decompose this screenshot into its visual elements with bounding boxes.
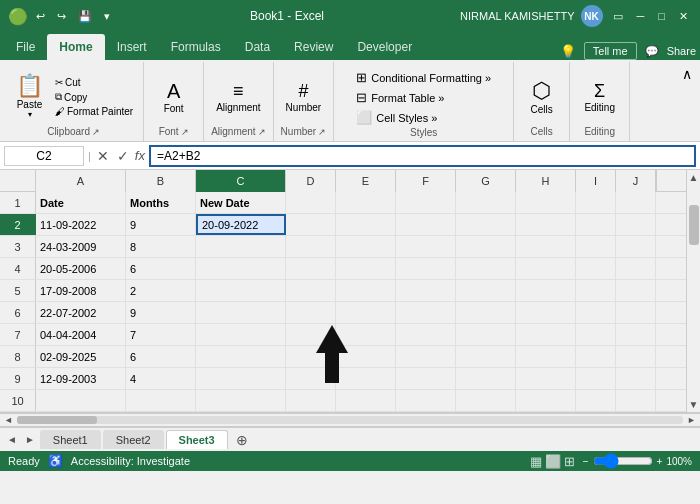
cell-i3[interactable] — [576, 236, 616, 257]
cell-g4[interactable] — [456, 258, 516, 279]
cell-g10[interactable] — [456, 390, 516, 411]
cell-g7[interactable] — [456, 324, 516, 345]
font-button[interactable]: A Font — [156, 71, 192, 123]
cell-i8[interactable] — [576, 346, 616, 367]
cell-i9[interactable] — [576, 368, 616, 389]
scrollbar-thumb[interactable] — [689, 205, 699, 245]
cell-a2[interactable]: 11-09-2022 — [36, 214, 126, 235]
zoom-slider-input[interactable] — [593, 457, 653, 465]
cell-j2[interactable] — [616, 214, 656, 235]
vertical-scrollbar[interactable]: ▲ ▼ — [686, 170, 700, 412]
cell-c2[interactable]: 20-09-2022 — [196, 214, 286, 235]
comments-button[interactable]: 💬 — [645, 45, 659, 58]
tab-insert[interactable]: Insert — [105, 34, 159, 60]
cell-j9[interactable] — [616, 368, 656, 389]
close-button[interactable]: ✕ — [675, 8, 692, 25]
cell-h9[interactable] — [516, 368, 576, 389]
editing-button[interactable]: Σ Editing — [578, 71, 621, 123]
cell-f3[interactable] — [396, 236, 456, 257]
cell-i2[interactable] — [576, 214, 616, 235]
tab-review[interactable]: Review — [282, 34, 345, 60]
cell-h4[interactable] — [516, 258, 576, 279]
cell-f4[interactable] — [396, 258, 456, 279]
cell-b2[interactable]: 9 — [126, 214, 196, 235]
cell-g6[interactable] — [456, 302, 516, 323]
cell-f9[interactable] — [396, 368, 456, 389]
user-avatar[interactable]: NK — [581, 5, 603, 27]
cell-c3[interactable] — [196, 236, 286, 257]
maximize-button[interactable]: □ — [654, 8, 669, 24]
tab-developer[interactable]: Developer — [345, 34, 424, 60]
sheet-tab-sheet2[interactable]: Sheet2 — [103, 430, 164, 449]
sheet-tab-sheet3[interactable]: Sheet3 — [166, 430, 228, 449]
cell-j1[interactable] — [616, 192, 656, 213]
cell-f6[interactable] — [396, 302, 456, 323]
qat-dropdown-button[interactable]: ▾ — [100, 8, 114, 25]
page-break-button[interactable]: ⊞ — [564, 454, 575, 469]
cell-g5[interactable] — [456, 280, 516, 301]
scroll-down-button[interactable]: ▼ — [687, 397, 700, 412]
font-dialog-icon[interactable]: ↗ — [181, 127, 189, 137]
cell-a8[interactable]: 02-09-2025 — [36, 346, 126, 367]
cell-j6[interactable] — [616, 302, 656, 323]
cell-d10[interactable] — [286, 390, 336, 411]
add-sheet-button[interactable]: ⊕ — [230, 430, 254, 450]
cell-h3[interactable] — [516, 236, 576, 257]
cell-b3[interactable]: 8 — [126, 236, 196, 257]
cell-a3[interactable]: 24-03-2009 — [36, 236, 126, 257]
cell-h7[interactable] — [516, 324, 576, 345]
format-table-button[interactable]: ⊟ Format Table » — [352, 88, 495, 107]
cell-d1[interactable] — [286, 192, 336, 213]
number-button[interactable]: # Number — [280, 71, 328, 123]
number-dialog-icon[interactable]: ↗ — [318, 127, 326, 137]
cell-g2[interactable] — [456, 214, 516, 235]
alignment-dialog-icon[interactable]: ↗ — [258, 127, 266, 137]
cell-c10[interactable] — [196, 390, 286, 411]
h-scrollbar-track[interactable] — [17, 416, 683, 424]
cell-i5[interactable] — [576, 280, 616, 301]
cell-j3[interactable] — [616, 236, 656, 257]
help-icon[interactable]: 💡 — [560, 44, 576, 59]
cell-e1[interactable] — [336, 192, 396, 213]
zoom-in-button[interactable]: + — [657, 456, 663, 467]
cell-g8[interactable] — [456, 346, 516, 367]
tab-formulas[interactable]: Formulas — [159, 34, 233, 60]
cell-i10[interactable] — [576, 390, 616, 411]
cell-c7[interactable] — [196, 324, 286, 345]
zoom-out-button[interactable]: − — [583, 456, 589, 467]
cells-button[interactable]: ⬡ Cells — [524, 71, 560, 123]
scroll-right-button[interactable]: ► — [687, 415, 696, 425]
cell-c8[interactable] — [196, 346, 286, 367]
col-header-b[interactable]: B — [126, 170, 196, 192]
cell-d7[interactable] — [286, 324, 336, 345]
cell-e6[interactable] — [336, 302, 396, 323]
cell-j8[interactable] — [616, 346, 656, 367]
cell-a4[interactable]: 20-05-2006 — [36, 258, 126, 279]
cell-a7[interactable]: 04-04-2004 — [36, 324, 126, 345]
conditional-formatting-button[interactable]: ⊞ Conditional Formatting » — [352, 68, 495, 87]
minimize-button[interactable]: ─ — [633, 8, 649, 24]
cell-styles-button[interactable]: ⬜ Cell Styles » — [352, 108, 495, 127]
cell-d3[interactable] — [286, 236, 336, 257]
sheet-next-button[interactable]: ► — [22, 434, 38, 445]
tell-me-box[interactable]: Tell me — [584, 42, 637, 60]
col-header-g[interactable]: G — [456, 170, 516, 192]
cell-b9[interactable]: 4 — [126, 368, 196, 389]
cell-d6[interactable] — [286, 302, 336, 323]
cell-a6[interactable]: 22-07-2002 — [36, 302, 126, 323]
col-header-f[interactable]: F — [396, 170, 456, 192]
cell-j4[interactable] — [616, 258, 656, 279]
ribbon-display-button[interactable]: ▭ — [609, 8, 627, 25]
cell-c1[interactable]: New Date — [196, 192, 286, 213]
col-header-i[interactable]: I — [576, 170, 616, 192]
cell-f2[interactable] — [396, 214, 456, 235]
cell-e8[interactable] — [336, 346, 396, 367]
format-painter-button[interactable]: 🖌 Format Painter — [51, 105, 137, 118]
collapse-ribbon-button[interactable]: ∧ — [678, 62, 696, 86]
cell-a5[interactable]: 17-09-2008 — [36, 280, 126, 301]
cell-e3[interactable] — [336, 236, 396, 257]
cell-f7[interactable] — [396, 324, 456, 345]
cell-j10[interactable] — [616, 390, 656, 411]
share-button[interactable]: Share — [667, 45, 696, 57]
paste-button[interactable]: 📋 Paste ▾ — [10, 71, 49, 123]
